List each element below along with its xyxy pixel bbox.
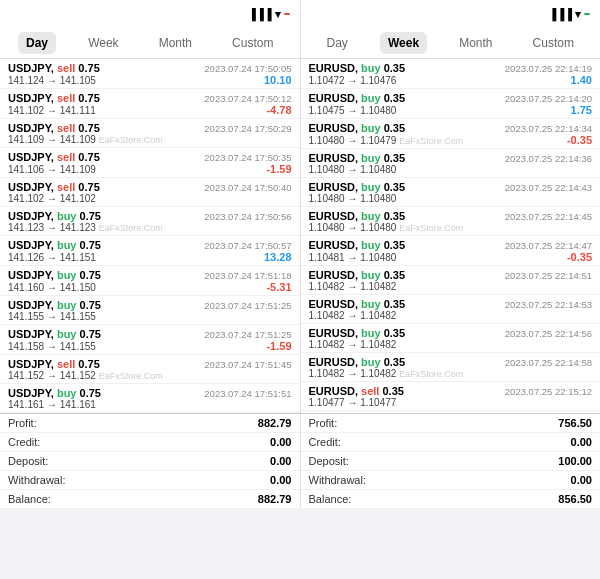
summary-label: Deposit:	[8, 455, 48, 467]
summary-row: Withdrawal:0.00Withdrawal:0.00	[0, 471, 600, 490]
trade-row: EURUSD, buy 0.35 2023.07.25 22:14:53 1.1…	[301, 295, 601, 324]
signal-icon-left: ▐▐▐	[248, 8, 271, 20]
trade-datetime: 2023.07.25 22:14:36	[505, 153, 592, 164]
trade-row: EURUSD, buy 0.35 2023.07.25 22:14:36 1.1…	[301, 149, 601, 178]
trade-instrument: USDJPY, buy 0.75	[8, 328, 101, 340]
right-trade-panel[interactable]: EURUSD, buy 0.35 2023.07.25 22:14:19 1.1…	[301, 59, 601, 413]
trade-price-row: 141.109 → 141.109 EaFxStore.Com	[8, 134, 292, 145]
trade-direction: buy	[361, 152, 381, 164]
trade-instrument: USDJPY, sell 0.75	[8, 122, 100, 134]
summary-value: 0.00	[571, 436, 592, 448]
trade-instrument: USDJPY, sell 0.75	[8, 62, 100, 74]
trade-pnl: -1.59	[266, 340, 291, 352]
trade-size: 0.35	[384, 239, 405, 251]
trade-size: 0.75	[78, 358, 99, 370]
trade-datetime: 2023.07.25 22:14:51	[505, 270, 592, 281]
trade-size: 0.35	[384, 92, 405, 104]
trade-row: USDJPY, buy 0.75 2023.07.24 17:51:25 141…	[0, 325, 300, 355]
trade-size: 0.35	[384, 269, 405, 281]
trade-instrument: USDJPY, sell 0.75	[8, 151, 100, 163]
trade-direction: buy	[361, 327, 381, 339]
summary-cell-left: Balance:882.79	[0, 490, 301, 509]
trade-datetime: 2023.07.24 17:50:35	[204, 152, 291, 163]
trade-price-row: 1.10482 → 1.10482	[309, 339, 593, 350]
watermark: EaFxStore.Com	[399, 369, 463, 379]
trade-price-row: 141.160 → 141.150 -5.31	[8, 281, 292, 293]
trade-price-row: 1.10482 → 1.10482 EaFxStore.Com	[309, 368, 593, 379]
trade-direction: buy	[57, 328, 77, 340]
tab-month-right[interactable]: Month	[451, 32, 500, 54]
trade-prices: 1.10480 → 1.10479 EaFxStore.Com	[309, 135, 464, 146]
tab-day-left[interactable]: Day	[18, 32, 56, 54]
tab-day-right[interactable]: Day	[319, 32, 356, 54]
trade-datetime: 2023.07.24 17:51:18	[204, 270, 291, 281]
tab-month-left[interactable]: Month	[151, 32, 200, 54]
summary-value: 756.50	[558, 417, 592, 429]
trade-instrument: USDJPY, buy 0.75	[8, 387, 101, 399]
trade-instrument: EURUSD, buy 0.35	[309, 327, 406, 339]
trade-row: USDJPY, sell 0.75 2023.07.24 17:51:45 14…	[0, 355, 300, 384]
trade-direction: sell	[57, 122, 75, 134]
summary-cell-left: Credit:0.00	[0, 433, 301, 452]
trade-row: USDJPY, sell 0.75 2023.07.24 17:50:12 14…	[0, 89, 300, 119]
trade-pnl: 10.10	[264, 74, 292, 86]
tab-custom-left[interactable]: Custom	[224, 32, 281, 54]
trade-header: EURUSD, buy 0.35 2023.07.25 22:14:20	[309, 92, 593, 104]
trade-price-row: 141.161 → 141.161	[8, 399, 292, 410]
trade-pnl: -0.35	[567, 134, 592, 146]
trade-price-row: 1.10480 → 1.10480	[309, 164, 593, 175]
summary-value: 0.00	[571, 474, 592, 486]
summary-value: 856.50	[558, 493, 592, 505]
trade-row: USDJPY, buy 0.75 2023.07.24 17:51:25 141…	[0, 296, 300, 325]
trade-row: EURUSD, buy 0.35 2023.07.25 22:14:47 1.1…	[301, 236, 601, 266]
summary-section: Profit:882.79Profit:756.50Credit:0.00Cre…	[0, 413, 600, 509]
trade-prices: 141.106 → 141.109	[8, 164, 96, 175]
trade-header: EURUSD, buy 0.35 2023.07.25 22:14:45	[309, 210, 593, 222]
tab-custom-right[interactable]: Custom	[525, 32, 582, 54]
trade-size: 0.35	[384, 152, 405, 164]
watermark: EaFxStore.Com	[99, 371, 163, 381]
left-trade-panel[interactable]: USDJPY, sell 0.75 2023.07.24 17:50:05 14…	[0, 59, 301, 413]
battery-left	[284, 13, 290, 15]
summary-value: 0.00	[270, 455, 291, 467]
trade-header: USDJPY, buy 0.75 2023.07.24 17:50:56	[8, 210, 292, 222]
trade-row: USDJPY, buy 0.75 2023.07.24 17:50:57 141…	[0, 236, 300, 266]
trade-direction: buy	[57, 387, 77, 399]
trade-datetime: 2023.07.25 22:14:34	[505, 123, 592, 134]
trade-instrument: EURUSD, buy 0.35	[309, 269, 406, 281]
trade-row: USDJPY, buy 0.75 2023.07.24 17:50:56 141…	[0, 207, 300, 236]
trade-direction: buy	[361, 239, 381, 251]
trade-size: 0.75	[78, 122, 99, 134]
summary-label: Withdrawal:	[309, 474, 366, 486]
trade-prices: 141.158 → 141.155	[8, 341, 96, 352]
trade-price-row: 1.10482 → 1.10482	[309, 310, 593, 321]
trade-prices: 141.152 → 141.152 EaFxStore.Com	[8, 370, 163, 381]
trade-size: 0.35	[384, 327, 405, 339]
trade-price-row: 141.102 → 141.111 -4.78	[8, 104, 292, 116]
trade-direction: buy	[57, 269, 77, 281]
trade-direction: sell	[57, 92, 75, 104]
trade-header: EURUSD, buy 0.35 2023.07.25 22:14:58	[309, 356, 593, 368]
summary-label: Withdrawal:	[8, 474, 65, 486]
trade-size: 0.75	[80, 239, 101, 251]
trade-instrument: USDJPY, buy 0.75	[8, 269, 101, 281]
trade-price-row: 141.152 → 141.152 EaFxStore.Com	[8, 370, 292, 381]
trade-size: 0.35	[384, 298, 405, 310]
trade-direction: buy	[361, 298, 381, 310]
status-icons-right: ▐▐▐ ▾	[549, 8, 590, 21]
trade-prices: 1.10480 → 1.10480 EaFxStore.Com	[309, 222, 464, 233]
trade-price-row: 1.10482 → 1.10482	[309, 281, 593, 292]
trade-row: USDJPY, sell 0.75 2023.07.24 17:50:05 14…	[0, 59, 300, 89]
tab-week-left[interactable]: Week	[80, 32, 126, 54]
tab-week-right[interactable]: Week	[380, 32, 427, 54]
trade-direction: buy	[361, 62, 381, 74]
trade-header: EURUSD, buy 0.35 2023.07.25 22:14:53	[309, 298, 593, 310]
trade-instrument: USDJPY, buy 0.75	[8, 210, 101, 222]
status-icons-left: ▐▐▐ ▾	[248, 8, 289, 21]
battery-right	[584, 13, 590, 15]
trade-datetime: 2023.07.25 22:14:45	[505, 211, 592, 222]
trade-prices: 1.10482 → 1.10482 EaFxStore.Com	[309, 368, 464, 379]
trade-header: EURUSD, buy 0.35 2023.07.25 22:14:19	[309, 62, 593, 74]
trade-instrument: USDJPY, buy 0.75	[8, 299, 101, 311]
trade-price-row: 141.123 → 141.123 EaFxStore.Com	[8, 222, 292, 233]
